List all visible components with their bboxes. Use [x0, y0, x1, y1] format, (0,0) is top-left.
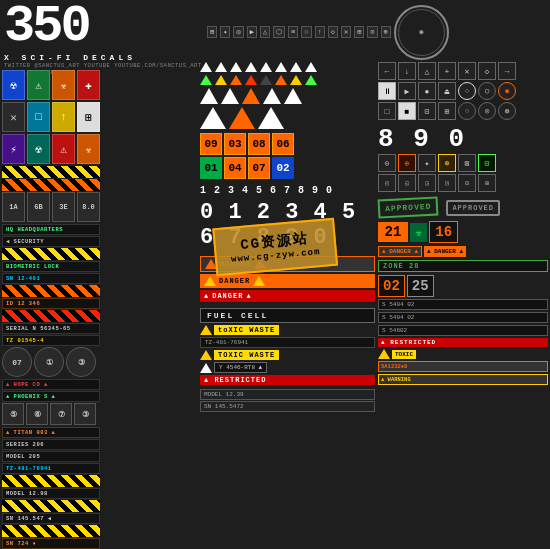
- ri-row-4: ⊙ ⊕ ✦ ⊛ ⊠ ⊟: [378, 154, 548, 172]
- icon-x-lg: ✕: [458, 62, 476, 80]
- tri-white-1: [200, 62, 212, 72]
- toxic-waste-label-1: toXIC WASTE: [214, 325, 279, 335]
- ri-row-3: □ ■ ⊡ ⊞ ○ ◎ ◍: [378, 102, 548, 120]
- badge-rad-teal: ☢: [27, 134, 50, 164]
- tri-green-2: [305, 75, 317, 85]
- label-model2: MODEL 12.98: [2, 488, 100, 499]
- product-title: X SCI-FI DECALS: [4, 53, 202, 62]
- biohazard-box: ☣: [410, 223, 427, 242]
- toxic-waste-row-1: toXIC WASTE: [200, 325, 375, 335]
- badge-6: ⑥: [26, 403, 48, 425]
- icon-sq-3: ⊡: [418, 102, 436, 120]
- approved-stamp-2: APPROVED: [446, 200, 500, 216]
- label-models: MODEL 205: [2, 451, 100, 462]
- num-25-box: 25: [407, 275, 434, 297]
- s-5404-1: S 5404 02: [378, 299, 548, 310]
- tri-green-1: [200, 75, 212, 85]
- approved-stamps-area: APPROVED APPROVED: [378, 198, 548, 217]
- icon-circle-o: ○: [301, 26, 311, 38]
- label-tz2: TZ-481-76941: [2, 463, 100, 474]
- s-codes-row: 02 25: [378, 275, 548, 297]
- badge-cross-red: ✚: [77, 70, 100, 100]
- hazard-strip-yellow-2: [2, 248, 100, 260]
- label-series: SERIES 206: [2, 439, 100, 450]
- tri-row-2: [200, 75, 375, 85]
- counter-03: 03: [224, 133, 246, 155]
- badge-warn-red: ⚠: [52, 134, 75, 164]
- zone-row-1: 21 ☣ 16: [378, 221, 548, 243]
- tri-white-5: [260, 62, 272, 72]
- label-hq: HQ HEADQUARTERS: [2, 224, 100, 235]
- model-tag-bot: MODEL 12.39: [200, 389, 375, 400]
- tri-lg-white-2: [258, 107, 284, 129]
- badge-bio-orange: ☣: [77, 134, 100, 164]
- counter-07: 07: [248, 157, 270, 179]
- restricted-right: ▲ RESTRICTED: [378, 338, 548, 347]
- label-sn-last: SN 724 ♦: [2, 538, 100, 549]
- icon-sq-4: ⊞: [438, 102, 456, 120]
- tri-danger-5: ▲: [204, 292, 209, 300]
- tri-white-4: [245, 62, 257, 72]
- y4546-label: Y 4546-RT8 ▲: [214, 362, 267, 373]
- left-badges-panel: ☢ ⚠ ☣ ✚ ✕ □ ↑ ⊞ ⚡ ☢ ⚠ ☣ 1A 6B 3E 8.0: [2, 70, 100, 549]
- icon-hud1: ⊙: [367, 26, 377, 38]
- icon-sq-e: ⊠: [458, 154, 476, 172]
- badge-radioactive-blue: ☢: [2, 70, 25, 100]
- zone-28-label: ZONE 28: [378, 260, 548, 272]
- model-sn-tags: MODEL 12.39 SN 145.5472: [200, 389, 375, 412]
- counter-04: 04: [224, 157, 246, 179]
- ri-row-5: ◰ ◱ ◲ ◳ ⊡ ⊞: [378, 174, 548, 192]
- badge-grid-white: ⊞: [77, 102, 100, 132]
- sa-code: 5A1232♦8: [378, 361, 548, 372]
- fuel-cell-label: FUEL CELL: [200, 308, 375, 323]
- tri-row-4: [200, 107, 375, 129]
- badge-row-circles: 07 ① ③: [2, 347, 100, 377]
- counter-06: 06: [272, 133, 294, 155]
- tri-lg-orange-1: [229, 107, 255, 129]
- danger-tag-3: ▲ DANGER ▲: [200, 290, 375, 302]
- icon-nested-sq-2: ◱: [398, 174, 416, 192]
- hazard-strip-orange-1: [2, 179, 100, 191]
- badge-row-2: ✕ □ ↑ ⊞: [2, 102, 100, 132]
- badge-07-1: 07: [2, 347, 32, 377]
- badge-row-numbers: 1A 6B 3E 8.0: [2, 192, 100, 222]
- icon-hud2: ⊕: [381, 26, 391, 38]
- label-sn-model: SN 145.547 ◀: [2, 513, 100, 524]
- icon-sq-d: ⊛: [438, 154, 456, 172]
- hud-circle-text: ◉: [419, 28, 423, 36]
- icon-plus-lg: +: [438, 62, 456, 80]
- icon-pause: ⏸: [378, 82, 396, 100]
- s-toxic-row: TOXIC: [378, 349, 548, 359]
- icon-diamond-lg: ◇: [478, 62, 496, 80]
- right-numbers: 8 9 0: [378, 124, 548, 154]
- hazard-strip-yellow-4: [2, 500, 100, 512]
- toxic-right-label: TOXIC: [392, 350, 416, 359]
- badge-3: ③: [74, 403, 96, 425]
- label-biometric: BIOMETRIC LOCK: [2, 261, 100, 272]
- icon-cursor: ←: [378, 62, 396, 80]
- counter-08: 08: [248, 133, 270, 155]
- s-5404-2: S 5404 02: [378, 312, 548, 323]
- counter-boxes-area: 09 03 08 06: [200, 133, 375, 155]
- label-id: ID 12 346: [2, 298, 100, 309]
- tri-yellow-2: [290, 75, 302, 85]
- badge-08-1: ①: [34, 347, 64, 377]
- label-titan1: ▲ TITAN 003 ▲: [2, 427, 100, 438]
- toxic-waste-label-2: TOXIC WASTE: [214, 350, 279, 360]
- icon-x: ✕: [341, 26, 351, 38]
- counter-09: 09: [200, 133, 222, 155]
- icon-circ-1: ○: [458, 82, 476, 100]
- tri-y4546: [200, 363, 212, 373]
- tri-toxic-2: [200, 350, 212, 360]
- tri-yellow-1: [215, 75, 227, 85]
- tri-md-orange-1: [242, 88, 260, 104]
- badge-7: ⑦: [50, 403, 72, 425]
- social-links: TWITTER @SANCTUS_ART YOUTUBE YOUTUBE.COM…: [4, 62, 202, 69]
- badge-8d: 8.0: [77, 192, 100, 222]
- tri-red-1: [245, 75, 257, 85]
- icon-nested-sq-4: ◳: [438, 174, 456, 192]
- tri-row-1: [200, 62, 375, 72]
- label-security: ◀ SECURITY: [2, 236, 100, 247]
- top-icons-area: ⊞ ✦ ◎ ▶ △ ⬡ ≡ ○ ↑ ◇ ✕ ⊞ ⊙ ⊕ ◉: [205, 2, 550, 62]
- icon-hex: ⬡: [273, 26, 285, 38]
